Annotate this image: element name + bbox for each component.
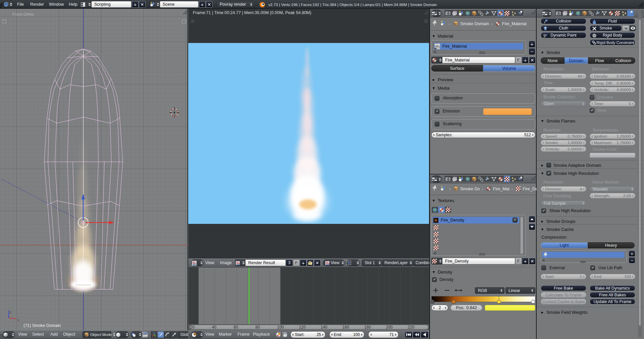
svg-text:z: z (10, 310, 11, 314)
svg-text:x: x (17, 318, 19, 322)
